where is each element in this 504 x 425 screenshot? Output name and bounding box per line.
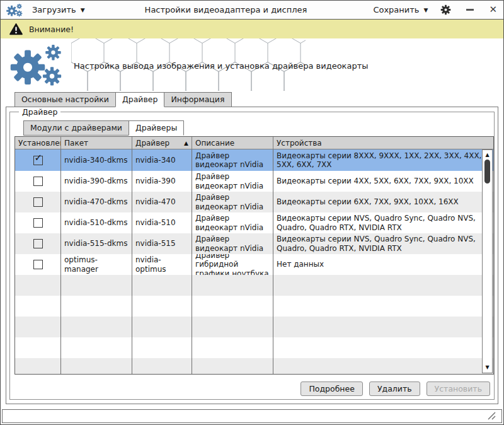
package-cell: nvidia-470-dkms (61, 192, 132, 212)
empty-row (15, 337, 493, 358)
col-header-description[interactable]: Описание (192, 137, 273, 149)
driver-cell: nvidia-390 (132, 171, 192, 192)
driver-cell: nvidia-340 (132, 149, 192, 171)
devices-cell: Видеокарты серии 6XX, 7XX, 9XX, 10XX, 16… (273, 192, 493, 212)
table-row[interactable]: nvidia-515-dkms nvidia-515 Драйвер видео… (15, 233, 493, 254)
empty-row (15, 296, 493, 317)
driver-subtabs: Модули с драйверами Драйверы (23, 120, 494, 136)
installed-checkbox[interactable] (33, 260, 43, 269)
devices-cell: Видеокарты серии NVS, Quadro Sync, Quadr… (273, 212, 493, 233)
table-row[interactable]: nvidia-510-dkms nvidia-510 Драйвер видео… (15, 212, 493, 233)
tab-driver-modules[interactable]: Модули с драйверами (23, 120, 129, 136)
driver-cell: nvidia-optimus (132, 254, 192, 275)
installed-checkbox[interactable] (33, 239, 43, 248)
page-title: Настройка вывода изображения и установка… (74, 61, 369, 71)
package-cell: nvidia-510-dkms (61, 212, 132, 233)
tab-basic-settings[interactable]: Основные настройки (14, 92, 116, 107)
package-cell: nvidia-340-dkms (61, 149, 132, 171)
action-buttons: Подробнее Удалить Установить (301, 381, 490, 396)
description-cell: Драйвер видеокарт nVidia (192, 212, 273, 233)
close-icon[interactable]: ✕ (489, 5, 497, 15)
warning-banner: Внимание! (1, 20, 503, 38)
sort-asc-icon: ▲ (184, 140, 188, 146)
driver-cell: nvidia-515 (132, 233, 192, 254)
package-cell: optimus-manager (61, 254, 132, 275)
col-header-devices[interactable]: Устройства (273, 137, 493, 149)
tab-information[interactable]: Информация (164, 92, 231, 107)
details-button[interactable]: Подробнее (301, 381, 363, 396)
driver-groupbox: Драйвер Модули с драйверами Драйверы Уст… (9, 112, 495, 400)
save-menu-button[interactable]: Сохранить ▼ (373, 5, 428, 15)
col-header-driver[interactable]: Драйвер ▲ (132, 137, 192, 149)
description-cell: Драйвер видеокарт nVidia (192, 149, 273, 171)
install-button[interactable]: Установить (427, 381, 490, 396)
drivers-table: Установлен Пакет Драйвер ▲ Описание Устр… (14, 136, 494, 375)
driver-cell: nvidia-510 (132, 212, 192, 233)
table-body: ✓ nvidia-340-dkms nvidia-340 Драйвер вид… (15, 149, 493, 375)
description-cell: Драйвер видеокарт nVidia (192, 171, 273, 192)
titlebar: Загрузить ▼ Настройки видеоадаптера и ди… (1, 1, 503, 20)
app-gears-icon (6, 3, 25, 17)
empty-row (15, 317, 493, 337)
window-title: Настройки видеоадаптера и дисплея (85, 5, 374, 15)
table-row[interactable]: nvidia-390-dkms nvidia-390 Драйвер видео… (15, 171, 493, 192)
resize-grip-icon[interactable] (486, 410, 496, 421)
load-menu-label: Загрузить (32, 5, 76, 15)
gears-logo-icon (8, 44, 67, 86)
scrollbar-thumb[interactable] (484, 160, 490, 183)
installed-checkbox[interactable] (33, 218, 43, 228)
table-row[interactable]: optimus-manager nvidia-optimus Драйвер г… (15, 254, 493, 275)
description-cell: Драйвер гибридной графики ноутбука (192, 254, 273, 275)
main-tabs: Основные настройки Драйвер Информация (14, 92, 503, 107)
table-row[interactable]: nvidia-470-dkms nvidia-470 Драйвер видео… (15, 192, 493, 212)
warning-text: Внимание! (29, 25, 74, 34)
empty-row (15, 275, 493, 296)
driver-tab-panel: Драйвер Модули с драйверами Драйверы Уст… (6, 107, 498, 404)
installed-checkbox[interactable] (33, 197, 43, 207)
devices-cell: Видеокарты серии 4XX, 5XX, 6XX, 7XX, 9XX… (273, 171, 493, 192)
minimize-icon[interactable] (466, 9, 474, 11)
warning-triangle-icon (9, 23, 23, 35)
load-menu-button[interactable]: Загрузить ▼ (32, 5, 85, 15)
tab-driver[interactable]: Драйвер (115, 92, 164, 107)
description-cell: Драйвер видеокарт nVidia (192, 192, 273, 212)
devices-cell: Видеокарты серии NVS, Quadro Sync, Quadr… (273, 233, 493, 254)
description-cell: Драйвер видеокарт nVidia (192, 233, 273, 254)
devices-cell: Нет данных (273, 254, 493, 275)
installed-checkbox[interactable] (33, 177, 43, 186)
status-bar (2, 409, 502, 423)
scroll-down-icon[interactable]: ▼ (483, 364, 492, 371)
remove-button[interactable]: Удалить (369, 381, 420, 396)
empty-row (15, 358, 493, 375)
save-menu-label: Сохранить (373, 5, 419, 15)
installed-checkbox[interactable]: ✓ (33, 156, 43, 165)
col-header-installed[interactable]: Установлен (15, 137, 61, 149)
package-cell: nvidia-515-dkms (61, 233, 132, 254)
col-header-package[interactable]: Пакет (61, 137, 132, 149)
app-window: Загрузить ▼ Настройки видеоадаптера и ди… (0, 0, 504, 425)
vertical-scrollbar[interactable]: ▲ ▼ (482, 149, 493, 373)
scroll-up-icon[interactable]: ▲ (483, 152, 492, 158)
groupbox-label: Драйвер (19, 107, 60, 117)
chevron-down-icon: ▼ (81, 7, 85, 13)
page-header: Настройка вывода изображения и установка… (1, 38, 503, 92)
package-cell: nvidia-390-dkms (61, 171, 132, 192)
chevron-down-icon: ▼ (424, 7, 428, 13)
tab-drivers[interactable]: Драйверы (129, 120, 184, 136)
settings-gear-icon[interactable] (440, 4, 451, 15)
table-row[interactable]: ✓ nvidia-340-dkms nvidia-340 Драйвер вид… (15, 149, 493, 171)
driver-cell: nvidia-470 (132, 192, 192, 212)
devices-cell: Видеокарты серии 8XXX, 9XXX, 1XX, 2XX, 3… (273, 149, 493, 171)
table-header: Установлен Пакет Драйвер ▲ Описание Устр… (15, 137, 493, 149)
